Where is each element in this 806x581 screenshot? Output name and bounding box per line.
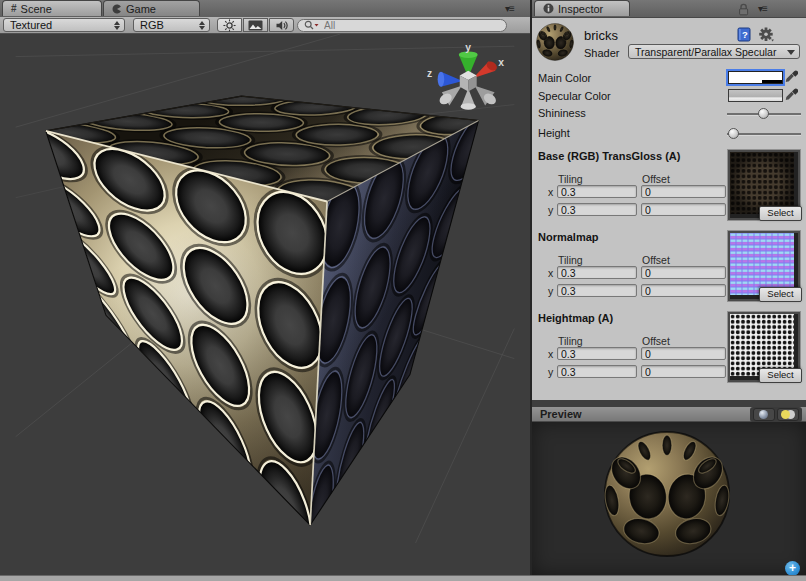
sun-icon (223, 19, 236, 32)
section-title: Base (RGB) TransGloss (A) (538, 150, 680, 162)
tiling-header: Tiling (558, 335, 583, 347)
section-heightmap: Heightmap (A) Tiling Offset x y Select (532, 312, 806, 384)
help-icon[interactable]: ? (737, 27, 751, 42)
search-icon (304, 20, 319, 31)
eyedropper-icon[interactable] (785, 88, 798, 101)
tiling-x-field[interactable] (557, 185, 637, 198)
select-texture-button[interactable]: Select (759, 368, 802, 383)
gizmo-gray-cone-cap (461, 103, 476, 110)
tiling-x-field[interactable] (557, 347, 637, 360)
offset-x-field[interactable] (641, 266, 726, 279)
textured-cube[interactable] (1, 90, 516, 575)
shininess-label: Shininess (538, 107, 586, 119)
offset-y-field[interactable] (641, 365, 726, 378)
offset-x-field[interactable] (641, 347, 726, 360)
offset-y-field[interactable] (641, 284, 726, 297)
game-pacman-icon (112, 4, 122, 14)
tiling-header: Tiling (558, 254, 583, 266)
offset-header: Offset (642, 335, 670, 347)
offset-header: Offset (642, 173, 670, 185)
svg-text:?: ? (742, 29, 748, 40)
sphere-icon (759, 410, 768, 419)
scene-panel: # Scene Game ▾≡ Textured RGB (0, 0, 530, 575)
height-label: Height (538, 127, 570, 139)
tiling-y-field[interactable] (557, 284, 637, 297)
x-row-label: x (548, 186, 553, 198)
tab-game-label: Game (126, 3, 156, 15)
preview-light-button[interactable] (777, 408, 799, 421)
scene-orientation-gizmo[interactable]: y x z (427, 42, 504, 110)
main-color-label: Main Color (538, 72, 591, 84)
tab-game[interactable]: Game (103, 0, 200, 16)
specular-color-swatch[interactable] (728, 89, 783, 102)
shader-value: Transparent/Parallax Specular (635, 46, 776, 58)
preview-separator[interactable] (532, 400, 806, 407)
x-row-label: x (548, 267, 553, 279)
offset-y-field[interactable] (641, 203, 726, 216)
scene-3d-view[interactable]: y x z (0, 34, 530, 575)
section-title: Normalmap (538, 231, 599, 243)
lighting-icon (781, 410, 795, 419)
tiling-y-field[interactable] (557, 203, 637, 216)
preview-header: Preview (532, 407, 806, 422)
shader-label: Shader (584, 47, 619, 59)
gizmo-y-label: y (465, 42, 471, 53)
select-texture-button[interactable]: Select (759, 206, 802, 221)
scene-search-field[interactable] (297, 19, 507, 32)
chevron-down-icon (787, 50, 795, 55)
tab-inspector-label: Inspector (558, 3, 603, 15)
y-row-label: y (548, 204, 553, 216)
tiling-x-field[interactable] (557, 266, 637, 279)
scene-tabbar: # Scene Game ▾≡ (0, 0, 530, 18)
scene-lighting-toggle[interactable] (217, 18, 242, 32)
inspector-tabbar: Inspector ▾≡ (532, 0, 806, 18)
scene-viewport[interactable]: y x z (0, 34, 530, 575)
y-row-label: y (548, 366, 553, 378)
preview-toolbar (750, 407, 802, 422)
scene-panel-menu-icon[interactable]: ▾≡ (505, 3, 514, 14)
tab-scene-label: Scene (21, 3, 52, 15)
gizmo-z-cap (438, 72, 445, 87)
specular-color-label: Specular Color (538, 90, 611, 102)
image-icon (248, 20, 263, 31)
scene-fx-toggle[interactable] (243, 18, 268, 32)
gear-icon[interactable] (758, 27, 774, 42)
window-bottom-edge (0, 575, 806, 581)
section-title: Heightmap (A) (538, 312, 613, 324)
select-texture-button[interactable]: Select (759, 287, 802, 302)
shininess-slider-handle[interactable] (758, 108, 769, 119)
y-row-label: y (548, 285, 553, 297)
scene-toolbar: Textured RGB (0, 17, 530, 34)
asset-labels-button[interactable]: + (785, 561, 800, 576)
shader-dropdown[interactable]: Transparent/Parallax Specular (628, 44, 800, 59)
material-preview-thumbnail (536, 23, 574, 61)
speaker-icon (275, 19, 289, 32)
material-preview-sphere (603, 430, 731, 558)
color-mode-dropdown[interactable]: RGB (133, 18, 210, 32)
search-input[interactable] (322, 19, 476, 32)
lock-icon[interactable] (738, 3, 749, 16)
updown-arrows-icon (114, 21, 120, 30)
tab-inspector[interactable]: Inspector (534, 0, 630, 16)
section-normalmap: Normalmap Tiling Offset x y Select (532, 231, 806, 303)
inspector-panel: Inspector ▾≡ bricks Shader Transparent/P… (532, 0, 806, 575)
gizmo-z-label: z (427, 68, 432, 79)
main-color-swatch[interactable] (728, 71, 783, 84)
offset-x-field[interactable] (641, 185, 726, 198)
scene-audio-toggle[interactable] (269, 18, 294, 32)
tab-scene[interactable]: # Scene (2, 0, 102, 16)
preview-mesh-button[interactable] (753, 408, 775, 421)
alpha-bar (729, 80, 782, 83)
x-row-label: x (548, 348, 553, 360)
tiling-y-field[interactable] (557, 365, 637, 378)
updown-arrows-icon (199, 21, 205, 30)
preview-area[interactable]: + (532, 422, 806, 575)
tiling-header: Tiling (558, 173, 583, 185)
info-icon (543, 3, 554, 14)
draw-mode-value: Textured (10, 19, 52, 31)
draw-mode-dropdown[interactable]: Textured (3, 18, 125, 32)
eyedropper-icon[interactable] (785, 70, 798, 83)
height-slider-handle[interactable] (728, 128, 739, 139)
inspector-panel-menu-icon[interactable]: ▾≡ (758, 3, 767, 14)
color-mode-value: RGB (140, 19, 164, 31)
